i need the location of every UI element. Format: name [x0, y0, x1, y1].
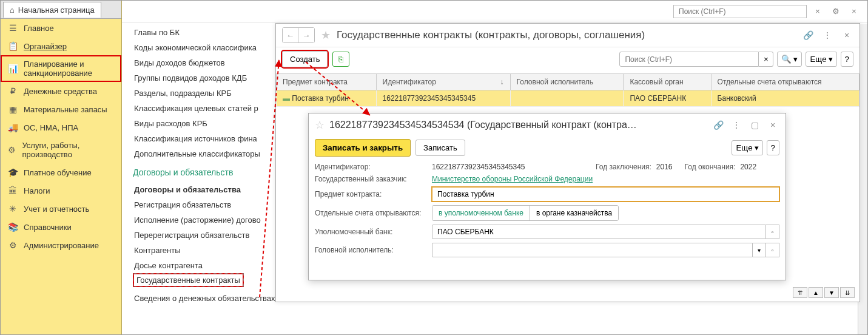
clear-search-button[interactable]: × — [759, 52, 773, 67]
help-button[interactable]: ? — [841, 52, 853, 67]
more-options-icon[interactable]: ⋮ — [821, 29, 834, 42]
books-icon: 📚 — [8, 222, 18, 232]
subnav-registration[interactable]: Регистрация обязательств — [133, 197, 272, 212]
subnav-execution[interactable]: Исполнение (расторжение) догово — [133, 212, 272, 228]
currency-icon: ₽ — [8, 86, 18, 96]
graduation-icon: 🎓 — [8, 168, 18, 177]
sidebar-item-admin[interactable]: ⚙ Администрирование — [1, 236, 121, 254]
nav-forward-button[interactable]: → — [298, 28, 314, 42]
year-end-label: Год окончания: — [685, 163, 736, 171]
sidebar-item-planning[interactable]: 📊 Планирование и санкционирование — [1, 55, 121, 82]
customer-label: Государственный заказчик: — [315, 175, 427, 183]
detail-window-title: 1622187739234534534534534 (Государственн… — [329, 120, 707, 130]
bank-open-button[interactable]: ▫ — [766, 225, 779, 239]
sidebar-item-main[interactable]: ☰ Главное — [1, 19, 121, 37]
create-button[interactable]: Создать — [282, 51, 328, 67]
gear-icon: ⚙ — [8, 240, 18, 250]
subnav-item[interactable]: Дополнительные классификаторы — [133, 146, 272, 161]
home-tab[interactable]: ⌂ Начальная страница — [3, 2, 101, 18]
accounts-segment: в уполномоченном банке в органе казначей… — [432, 205, 619, 221]
subject-label: Предмет контракта: — [315, 190, 427, 198]
subnav-item[interactable]: Разделы, подразделы КРБ — [133, 86, 272, 101]
detail-help-button[interactable]: ? — [767, 140, 779, 155]
detail-link-icon[interactable]: 🔗 — [712, 118, 725, 132]
truck-icon: 🚚 — [8, 123, 18, 132]
executor-dropdown-button[interactable]: ▾ — [753, 243, 766, 257]
sidebar-item-label: Главное — [24, 24, 54, 33]
col-accounts[interactable]: Отдельные счета открываются — [711, 74, 859, 90]
sidebar-item-accounting[interactable]: ✳ Учет и отчетность — [1, 200, 121, 218]
subnav-state-contracts[interactable]: Государственные контракты — [133, 273, 244, 287]
section-close-button[interactable]: × — [847, 4, 861, 19]
global-search-input[interactable] — [673, 5, 807, 18]
list-search-input[interactable] — [619, 52, 759, 67]
chart-icon: 📊 — [8, 64, 18, 73]
executor-open-button[interactable]: ▫ — [766, 243, 779, 257]
link-icon[interactable]: 🔗 — [801, 29, 815, 42]
sidebar-item-label: Налоги — [24, 186, 50, 195]
detail-favorite-icon[interactable]: ☆ — [315, 118, 325, 132]
col-executor[interactable]: Головной исполнитель — [510, 74, 624, 90]
subnav-item[interactable]: Виды расходов КРБ — [133, 116, 272, 131]
more-button[interactable]: Еще ▾ — [806, 52, 836, 67]
save-button[interactable]: Записать — [415, 140, 465, 156]
executor-input[interactable] — [432, 243, 753, 257]
subnav-item[interactable]: Классификация целевых статей р — [133, 101, 272, 116]
detail-more-button[interactable]: Еще ▾ — [732, 140, 762, 155]
subnav-dossier[interactable]: Досье контрагента — [133, 258, 272, 273]
year-end-value: 2022 — [740, 163, 756, 171]
col-subject[interactable]: Предмет контракта — [277, 74, 377, 90]
customer-link[interactable]: Министерство обороны Российской Федераци… — [432, 175, 593, 183]
executor-label: Головной исполнитель: — [315, 246, 427, 254]
grid-icon: ▦ — [8, 104, 18, 114]
scroll-top-button[interactable]: ⇈ — [793, 287, 807, 298]
sidebar-item-label: Справочники — [24, 223, 72, 232]
accounts-label: Отдельные счета открываются: — [315, 209, 427, 217]
copy-button[interactable]: ⎘ — [332, 52, 349, 67]
home-icon: ⌂ — [10, 5, 15, 15]
sidebar-item-materials[interactable]: ▦ Материальные запасы — [1, 100, 121, 118]
sidebar-item-edu[interactable]: 🎓 Платное обучение — [1, 163, 121, 181]
sidebar-item-label: Услуги, работы, производство — [22, 141, 114, 159]
subnav-obligations-info[interactable]: Сведения о денежных обязательствах — [133, 291, 272, 306]
table-row[interactable]: ▬ Поставка турбин 1622187739234534534534… — [277, 90, 860, 107]
id-label: Идентификатор: — [315, 163, 427, 171]
detail-maximize-icon[interactable]: ▢ — [748, 118, 761, 132]
id-value: 16221877392345345345345 — [432, 163, 584, 171]
sidebar-item-label: Органайзер — [24, 42, 67, 51]
col-organ[interactable]: Кассовый орган — [624, 74, 711, 90]
subnav-item[interactable]: Виды доходов бюджетов — [133, 55, 272, 70]
seg-bank-option[interactable]: в уполномоченном банке — [432, 206, 530, 220]
close-window-button[interactable]: × — [840, 29, 853, 42]
sidebar-item-os[interactable]: 🚚 ОС, НМА, НПА — [1, 118, 121, 137]
save-close-button[interactable]: Записать и закрыть — [315, 139, 411, 157]
subnav-bk-chapters[interactable]: Главы по БК — [133, 25, 272, 40]
subnav-counterparties[interactable]: Контрагенты — [133, 243, 272, 258]
detail-more-icon[interactable]: ⋮ — [730, 118, 743, 132]
sidebar-item-references[interactable]: 📚 Справочники — [1, 218, 121, 236]
sidebar-item-money[interactable]: ₽ Денежные средства — [1, 82, 121, 100]
subject-input[interactable] — [432, 187, 779, 201]
bank-input[interactable] — [432, 225, 766, 239]
nav-back-button[interactable]: ← — [283, 28, 298, 42]
seg-treasury-option[interactable]: в органе казначейства — [530, 206, 618, 220]
scroll-bottom-button[interactable]: ⇊ — [840, 287, 855, 298]
bank-icon: 🏛 — [8, 186, 18, 195]
search-clear-button[interactable]: × — [810, 4, 825, 19]
col-id[interactable]: Идентификатор ↓ — [376, 74, 510, 90]
detail-close-button[interactable]: × — [766, 118, 779, 132]
subnav-item[interactable]: Коды экономической классифика — [133, 40, 272, 55]
subnav-reregistration[interactable]: Перерегистрация обязательств — [133, 228, 272, 243]
sidebar-item-services[interactable]: ⚙ Услуги, работы, производство — [1, 137, 121, 163]
subnav-item[interactable]: Классификация источников фина — [133, 131, 272, 146]
favorite-star-icon[interactable]: ★ — [321, 29, 331, 42]
sidebar-item-taxes[interactable]: 🏛 Налоги — [1, 181, 121, 200]
sidebar-item-organizer[interactable]: 📋 Органайзер — [1, 37, 121, 55]
scroll-up-button[interactable]: ▲ — [809, 287, 823, 298]
scroll-down-button[interactable]: ▼ — [824, 287, 839, 298]
subnav-item[interactable]: Группы подвидов доходов КДБ — [133, 70, 272, 86]
hamburger-icon: ☰ — [8, 23, 18, 33]
settings-button[interactable]: ⚙ — [829, 4, 843, 19]
subnav-contracts[interactable]: Договоры и обязательства — [133, 182, 272, 197]
search-dropdown-button[interactable]: 🔍▾ — [777, 52, 802, 67]
